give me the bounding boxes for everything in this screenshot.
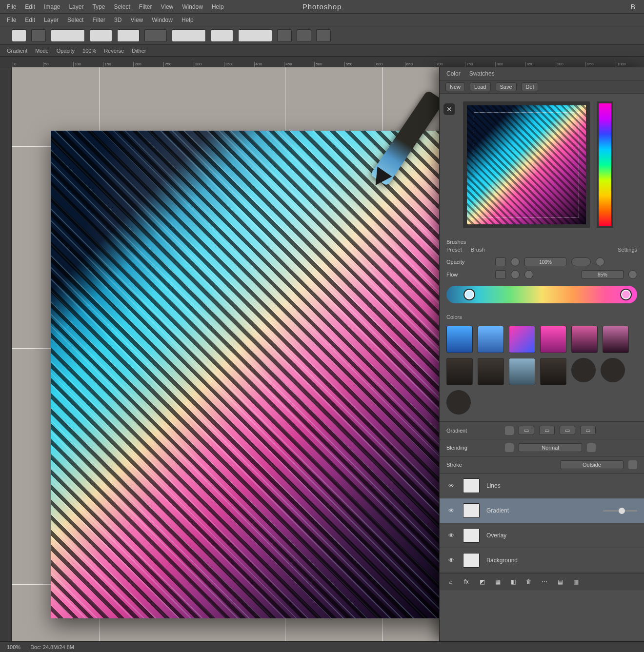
visibility-icon[interactable]: 👁 (446, 482, 456, 489)
gradient-stop[interactable] (621, 290, 631, 299)
tool-button[interactable] (316, 29, 331, 42)
menu2-item[interactable]: Window (152, 17, 173, 23)
control-icon[interactable] (505, 426, 514, 435)
swatch[interactable] (571, 358, 596, 382)
menu-item[interactable]: Help (212, 3, 224, 10)
menu2-item[interactable]: Layer (44, 17, 59, 23)
panel-chip[interactable]: Save (496, 82, 517, 91)
layer-row[interactable]: 👁Background (440, 548, 644, 573)
layer-name[interactable]: Background (486, 557, 637, 564)
color-picker-field[interactable] (463, 101, 590, 228)
menu-item[interactable]: Select (114, 3, 130, 10)
layer-thumb[interactable] (463, 528, 480, 543)
tool-button[interactable] (51, 29, 85, 42)
menu-item[interactable]: View (161, 3, 173, 10)
layer-tool-icon[interactable]: ◩ (478, 577, 486, 586)
menu-item[interactable]: File (7, 3, 16, 10)
layer-opacity[interactable] (603, 510, 637, 512)
swatch[interactable] (603, 326, 629, 353)
layer-name[interactable]: Lines (486, 482, 637, 489)
layer-name[interactable]: Gradient (486, 507, 596, 514)
swatch[interactable] (478, 326, 504, 353)
visibility-icon[interactable]: 👁 (446, 507, 456, 514)
row-chip[interactable] (495, 270, 506, 279)
visibility-icon[interactable]: 👁 (446, 532, 456, 539)
tool-button[interactable] (297, 29, 311, 42)
swatch[interactable] (446, 326, 473, 353)
tool-button[interactable] (117, 29, 140, 42)
collapse-icon[interactable] (443, 103, 455, 115)
swatch[interactable] (509, 326, 535, 353)
tool-button[interactable] (238, 29, 272, 42)
row-knob[interactable] (511, 270, 520, 279)
layer-row[interactable]: 👁Gradient (440, 498, 644, 523)
status-zoom[interactable]: 100% (7, 644, 20, 650)
panel-chip[interactable]: Load (470, 82, 490, 91)
layer-tool-icon[interactable]: ▤ (556, 577, 564, 586)
layer-thumb[interactable] (463, 503, 480, 518)
gradient-spectrum[interactable] (446, 286, 637, 303)
layer-thumb[interactable] (463, 478, 480, 493)
panel-tab[interactable]: Swatches (469, 70, 495, 77)
swatch[interactable] (509, 358, 535, 385)
menu2-item[interactable]: Edit (25, 17, 35, 23)
row-knob[interactable] (511, 257, 520, 266)
control-seg[interactable]: ▭ (580, 426, 596, 435)
layer-name[interactable]: Overlay (486, 532, 637, 539)
row-knob[interactable] (628, 270, 637, 279)
menu2-item[interactable]: Filter (92, 17, 105, 23)
control-seg[interactable]: ▭ (539, 426, 555, 435)
menu2-item[interactable]: File (7, 17, 16, 23)
layer-tool-icon[interactable]: ⌂ (446, 577, 455, 586)
hue-slider[interactable] (597, 101, 613, 228)
swatch[interactable] (446, 358, 473, 385)
menu-item[interactable]: Edit (25, 3, 35, 10)
row-knob[interactable] (596, 257, 604, 266)
control-seg[interactable]: ▭ (560, 426, 575, 435)
swatch[interactable] (478, 358, 504, 385)
swatch[interactable] (540, 358, 566, 385)
control-icon[interactable] (505, 443, 514, 452)
brush-tab[interactable]: Preset (446, 247, 462, 253)
layer-tool-icon[interactable]: ▥ (571, 577, 580, 586)
panel-tab[interactable]: Color (446, 70, 461, 77)
row-chip[interactable] (495, 257, 506, 266)
row-knob[interactable] (524, 270, 533, 279)
row-field[interactable]: 85% (582, 270, 624, 279)
swatch[interactable] (446, 390, 471, 415)
control-dropdown[interactable]: Normal (519, 443, 582, 452)
row-field[interactable]: 100% (524, 257, 566, 266)
menu2-item[interactable]: Help (181, 17, 194, 23)
control-dropdown[interactable]: Outside (560, 460, 624, 469)
gradient-stop[interactable] (464, 290, 474, 299)
tool-button[interactable] (12, 29, 26, 42)
menu-item[interactable]: Window (182, 3, 203, 10)
panel-chip[interactable]: Del (522, 82, 539, 91)
canvas-artwork[interactable] (51, 131, 451, 618)
menu-item[interactable]: Type (92, 3, 105, 10)
layer-tool-icon[interactable]: fx (462, 577, 471, 586)
tool-button[interactable] (144, 29, 167, 42)
tool-button[interactable] (277, 29, 292, 42)
menu-item[interactable]: Image (44, 3, 60, 10)
control-icon[interactable] (587, 443, 596, 452)
brush-tab[interactable]: Brush (471, 247, 485, 253)
opt-value[interactable]: 100% (82, 48, 96, 54)
menu-item[interactable]: Layer (69, 3, 83, 10)
tool-button[interactable] (90, 29, 112, 42)
tool-button[interactable] (172, 29, 206, 42)
swatch[interactable] (601, 358, 625, 382)
tool-button[interactable] (211, 29, 233, 42)
visibility-icon[interactable]: 👁 (446, 557, 456, 564)
layer-row[interactable]: 👁Overlay (440, 523, 644, 548)
row-toggle[interactable] (571, 257, 591, 266)
layer-tool-icon[interactable]: ◧ (509, 577, 518, 586)
layer-tool-icon[interactable]: ⋯ (540, 577, 549, 586)
tool-button[interactable] (31, 29, 46, 42)
control-icon[interactable] (628, 460, 637, 469)
swatch[interactable] (571, 326, 598, 353)
layer-row[interactable]: 👁Lines (440, 474, 644, 498)
panel-chip[interactable]: New (445, 82, 465, 91)
menu2-item[interactable]: 3D (114, 17, 121, 23)
layer-tool-icon[interactable]: ▦ (493, 577, 502, 586)
